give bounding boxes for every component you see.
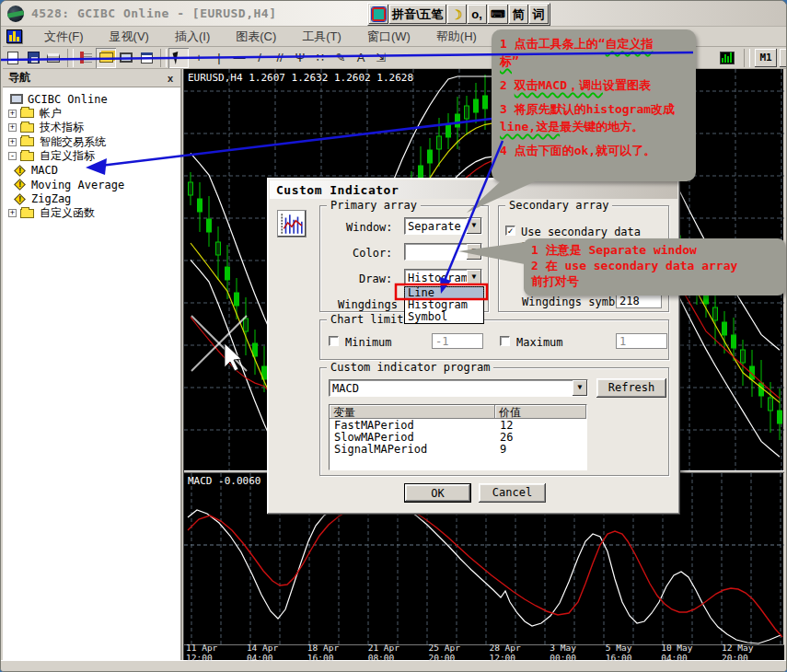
print-button[interactable] — [43, 48, 64, 68]
maximum-checkbox[interactable] — [500, 336, 510, 346]
settings-callout-box: 1 注意是 Separate window 2 在 use secondary … — [524, 238, 785, 295]
minimum-checkbox[interactable] — [329, 336, 339, 346]
market-watch-button[interactable] — [75, 48, 96, 68]
menu-view[interactable]: 显视(V) — [97, 27, 162, 47]
tree-item-custom-indicators[interactable]: - 自定义指标 — [3, 149, 180, 164]
dropdown-arrow-icon[interactable]: ▼ — [467, 218, 481, 234]
arrow-style-tool-button[interactable]: ⇲ — [371, 48, 391, 68]
title-bar: 4528: GCIBC Online - [EURUSD,H4] 拼音\五笔 ☽… — [1, 1, 787, 27]
app-globe-icon — [7, 6, 24, 22]
expand-plus-icon[interactable]: + — [8, 110, 17, 118]
menu-tools[interactable]: 工具(T) — [289, 27, 354, 47]
expand-plus-icon[interactable]: + — [8, 209, 17, 217]
properties-button[interactable] — [136, 48, 156, 68]
indicators-button[interactable] — [717, 48, 737, 68]
window-title: 4528: GCIBC Online - [EURUSD,H4] — [31, 6, 276, 20]
list-icon — [80, 52, 92, 64]
menu-charts[interactable]: 图表(C) — [223, 27, 289, 47]
tree-item-accounts[interactable]: + 帐户 — [3, 107, 180, 122]
tree-item-gcibc-online[interactable]: GCIBC Online — [3, 92, 180, 107]
folder-icon — [20, 137, 34, 146]
window-combobox[interactable]: Separate wi ▼ — [404, 217, 482, 235]
dropdown-arrow-icon[interactable]: ▼ — [467, 244, 481, 260]
trendline-tool-button[interactable]: / — [249, 48, 270, 68]
cancel-button[interactable]: Cancel — [479, 483, 546, 503]
pitchfork-tool-button[interactable]: Ψ — [290, 48, 310, 68]
note-step-2: 2 双击MACD，调出设置图表 — [500, 76, 688, 94]
wingdings-label: Wingdings — [338, 298, 398, 311]
time-tick: 12 May 20:00 — [722, 643, 782, 663]
timeframe-m1-button[interactable]: M1 — [755, 49, 777, 67]
menu-window[interactable]: 窗口(W) — [354, 27, 423, 47]
menu-insert[interactable]: 插入(I) — [162, 27, 223, 47]
chart-menu-icon[interactable] — [6, 29, 22, 43]
maximum-input[interactable]: 1 — [616, 333, 667, 349]
expand-plus-icon[interactable]: + — [8, 123, 17, 132]
ime-simplified-button[interactable]: 简 — [509, 5, 528, 24]
dropdown-arrow-icon[interactable]: ▼ — [467, 270, 481, 285]
tree-item-macd[interactable]: ! MACD — [3, 164, 180, 179]
navigator-button[interactable] — [96, 48, 116, 68]
color-combobox[interactable]: ▼ — [404, 243, 482, 261]
navigator-header: 导航 x — [3, 69, 180, 87]
open-folder-icon — [20, 152, 34, 161]
draw-label: Draw: — [359, 272, 392, 285]
ime-mode-button[interactable] — [369, 5, 388, 24]
ime-pinyin-wubi-button[interactable]: 拼音\五笔 — [389, 5, 446, 24]
callout-line-3: 前打对号 — [531, 273, 778, 289]
draw-combobox[interactable]: Histogram ▼ — [404, 269, 482, 286]
ime-keyboard-icon[interactable]: ⌨ — [488, 5, 508, 24]
ime-fullhalf-button[interactable]: ☽ — [447, 5, 467, 24]
tree-item-moving-average[interactable]: ! Moving Average — [3, 178, 180, 192]
table-row[interactable]: FastMAPeriod 12 — [330, 419, 586, 431]
tree-item-zigzag[interactable]: ! ZigZag — [3, 192, 180, 207]
time-tick: 21 Apr 08:00 — [368, 643, 429, 663]
fibonacci-tool-button[interactable]: ∷ — [310, 48, 330, 68]
dropdown-arrow-icon[interactable]: ▼ — [573, 380, 587, 396]
note-step-3: 3 将原先默认的histogram改成line,这是最关键的地方。 — [500, 100, 688, 135]
cursor-tool-button[interactable] — [168, 48, 189, 68]
close-panel-button[interactable]: x — [164, 72, 177, 85]
new-chart-button[interactable] — [3, 48, 23, 68]
refresh-button[interactable]: Refresh — [596, 378, 666, 398]
collapse-minus-icon[interactable]: - — [8, 152, 17, 160]
custom-indicator-dialog: Custom Indicator Primary array Window: S… — [267, 178, 680, 515]
computer-icon — [10, 94, 23, 104]
column-header-variable[interactable]: 变量 — [330, 405, 495, 419]
channel-tool-button[interactable]: // — [270, 48, 290, 68]
table-row[interactable]: SlowMAPeriod 26 — [330, 431, 586, 443]
group-legend: Chart limits — [327, 313, 414, 326]
text-tool-button[interactable]: A — [351, 48, 371, 68]
save-button[interactable] — [23, 48, 43, 68]
cursor-icon — [172, 51, 185, 64]
tree-item-expert-advisors[interactable]: + 智能交易系统 — [3, 135, 180, 150]
crosshair-tool-button[interactable]: + — [189, 48, 209, 68]
program-combobox[interactable]: MACD ▼ — [329, 379, 588, 397]
time-axis[interactable]: 11 Apr 12:00 14 Apr 04:00 18 Apr 16:00 2… — [184, 644, 784, 660]
dialog-title-bar[interactable]: Custom Indicator — [270, 180, 677, 199]
use-secondary-checkbox[interactable]: ✓ — [505, 226, 515, 236]
horizontal-line-tool-button[interactable]: — — [229, 48, 249, 68]
option-symbol[interactable]: Symbol — [405, 311, 483, 323]
ok-button[interactable]: OK — [404, 483, 471, 503]
program-group: Custom indicator program MACD ▼ Refresh … — [319, 367, 669, 476]
indicator-preview-button[interactable] — [278, 211, 306, 237]
menu-file[interactable]: 文件(F) — [31, 27, 97, 47]
toolbar-separator — [744, 49, 750, 67]
time-tick: 10 May 04:00 — [661, 643, 722, 663]
pencil-tool-button[interactable]: ✎ — [330, 48, 351, 68]
table-row[interactable]: SignalMAPeriod 9 — [330, 443, 586, 455]
ime-word-button[interactable]: 词 — [529, 5, 549, 24]
minimum-input[interactable]: -1 — [432, 333, 483, 349]
menu-help[interactable]: 帮助(H) — [423, 27, 490, 47]
expand-plus-icon[interactable]: + — [8, 138, 17, 146]
tree-item-custom-functions[interactable]: + 自定义函数 — [3, 206, 180, 221]
tree-item-technical-indicators[interactable]: + 技术指标 — [3, 121, 180, 135]
terminal-button[interactable] — [116, 48, 136, 68]
ime-punct-button[interactable]: o, — [468, 5, 487, 24]
timeframe-m5-button[interactable]: M — [780, 49, 787, 67]
vertical-line-tool-button[interactable]: | — [209, 48, 229, 68]
column-header-value[interactable]: 价值 — [495, 405, 586, 419]
toolbar-separator — [160, 49, 167, 67]
floppy-icon — [28, 52, 40, 64]
